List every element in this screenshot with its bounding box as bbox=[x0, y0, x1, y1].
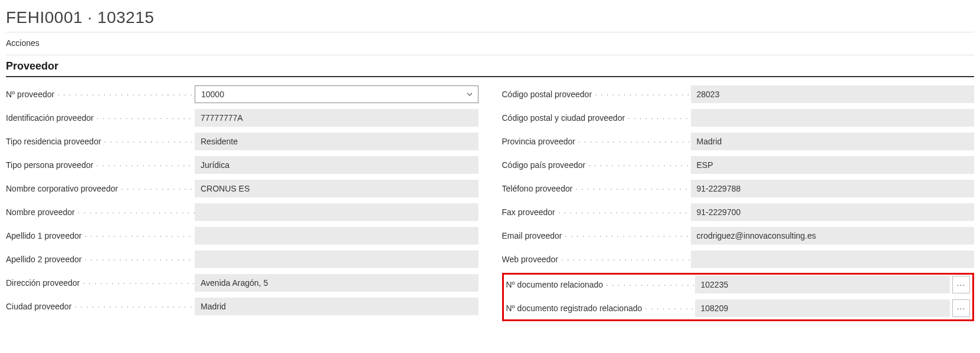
value-web[interactable] bbox=[691, 250, 975, 268]
label-apellido2: Apellido 2 proveedor bbox=[6, 255, 195, 264]
field-nombre-corp: Nombre corporativo proveedor CRONUS ES bbox=[6, 180, 478, 197]
value-doc-relacionado[interactable]: 102235 bbox=[695, 276, 950, 293]
page-title: FEHI0001 · 103215 bbox=[6, 5, 974, 32]
field-apellido1: Apellido 1 proveedor bbox=[6, 227, 478, 245]
label-web: Web proveedor bbox=[502, 255, 691, 264]
value-email[interactable]: crodriguez@innovaconsulting.es bbox=[691, 227, 975, 245]
field-tipo-residencia: Tipo residencia proveedor Residente bbox=[6, 133, 478, 150]
ellipsis-icon: ··· bbox=[957, 303, 966, 313]
field-provincia: Provincia proveedor Madrid bbox=[502, 133, 975, 150]
value-tipo-persona[interactable]: Jurídica bbox=[195, 156, 478, 174]
label-telefono: Teléfono proveedor bbox=[502, 184, 691, 193]
lookup-button-doc-registrado-relacionado[interactable]: ··· bbox=[952, 299, 970, 317]
value-provincia[interactable]: Madrid bbox=[691, 133, 975, 150]
field-num-proveedor: Nº proveedor 10000 bbox=[6, 85, 478, 103]
value-pais[interactable]: ESP bbox=[691, 156, 975, 174]
value-cp-ciudad[interactable] bbox=[691, 109, 975, 127]
value-direccion[interactable]: Avenida Aragón, 5 bbox=[195, 274, 478, 292]
ellipsis-icon: ··· bbox=[957, 280, 966, 289]
value-ciudad[interactable]: Madrid bbox=[195, 298, 478, 315]
value-tipo-residencia[interactable]: Residente bbox=[195, 133, 478, 150]
label-cp-ciudad: Código postal y ciudad proveedor bbox=[502, 113, 691, 123]
label-doc-relacionado: Nº documento relacionado bbox=[506, 280, 695, 289]
field-fax: Fax proveedor 91-2229700 bbox=[502, 203, 975, 221]
value-cp[interactable]: 28023 bbox=[691, 85, 975, 103]
label-apellido1: Apellido 1 proveedor bbox=[6, 231, 195, 240]
field-ciudad: Ciudad proveedor Madrid bbox=[6, 298, 478, 315]
label-ciudad: Ciudad proveedor bbox=[6, 302, 195, 311]
field-direccion: Dirección proveedor Avenida Aragón, 5 bbox=[6, 274, 478, 292]
label-id-proveedor: Identificación proveedor bbox=[6, 113, 195, 123]
field-cp-ciudad: Código postal y ciudad proveedor bbox=[502, 109, 975, 127]
value-id-proveedor[interactable]: 77777777A bbox=[195, 109, 478, 127]
field-doc-relacionado: Nº documento relacionado 102235 ··· bbox=[506, 276, 971, 293]
label-pais: Código país proveedor bbox=[502, 160, 691, 170]
label-tipo-persona: Tipo persona proveedor bbox=[6, 160, 195, 170]
value-fax[interactable]: 91-2229700 bbox=[691, 203, 975, 221]
actions-menu[interactable]: Acciones bbox=[6, 32, 974, 55]
value-apellido2[interactable] bbox=[195, 250, 478, 268]
section-heading-proveedor[interactable]: Proveedor bbox=[6, 55, 974, 76]
label-tipo-residencia: Tipo residencia proveedor bbox=[6, 137, 195, 146]
chevron-down-icon bbox=[466, 91, 473, 98]
form-column-left: Nº proveedor 10000 Identificación provee… bbox=[6, 85, 478, 321]
section-divider bbox=[6, 76, 974, 77]
field-cp: Código postal proveedor 28023 bbox=[502, 85, 975, 103]
value-apellido1[interactable] bbox=[195, 227, 478, 245]
value-telefono[interactable]: 91-2229788 bbox=[691, 180, 975, 197]
label-nombre: Nombre proveedor bbox=[6, 207, 195, 217]
label-direccion: Dirección proveedor bbox=[6, 278, 195, 288]
highlight-annotation: Nº documento relacionado 102235 ··· Nº d… bbox=[502, 273, 975, 321]
value-doc-registrado-relacionado[interactable]: 108209 bbox=[695, 299, 950, 317]
value-nombre-corp[interactable]: CRONUS ES bbox=[195, 180, 478, 197]
field-telefono: Teléfono proveedor 91-2229788 bbox=[502, 180, 975, 197]
form-column-right: Código postal proveedor 28023 Código pos… bbox=[502, 85, 975, 321]
label-provincia: Provincia proveedor bbox=[502, 137, 691, 146]
lookup-button-doc-relacionado[interactable]: ··· bbox=[952, 276, 970, 293]
field-doc-registrado-relacionado: Nº documento registrado relacionado 1082… bbox=[506, 299, 971, 317]
field-nombre: Nombre proveedor bbox=[6, 203, 478, 221]
field-web: Web proveedor bbox=[502, 250, 975, 268]
field-tipo-persona: Tipo persona proveedor Jurídica bbox=[6, 156, 478, 174]
label-fax: Fax proveedor bbox=[502, 207, 691, 217]
label-cp: Código postal proveedor bbox=[502, 90, 691, 99]
label-nombre-corp: Nombre corporativo proveedor bbox=[6, 184, 195, 193]
field-email: Email proveedor crodriguez@innovaconsult… bbox=[502, 227, 975, 245]
input-num-proveedor[interactable]: 10000 bbox=[195, 85, 478, 103]
label-num-proveedor: Nº proveedor bbox=[6, 90, 195, 99]
field-apellido2: Apellido 2 proveedor bbox=[6, 250, 478, 268]
field-pais: Código país proveedor ESP bbox=[502, 156, 975, 174]
label-email: Email proveedor bbox=[502, 231, 691, 240]
value-nombre[interactable] bbox=[195, 203, 478, 221]
label-doc-registrado-relacionado: Nº documento registrado relacionado bbox=[506, 303, 695, 313]
field-id-proveedor: Identificación proveedor 77777777A bbox=[6, 109, 478, 127]
